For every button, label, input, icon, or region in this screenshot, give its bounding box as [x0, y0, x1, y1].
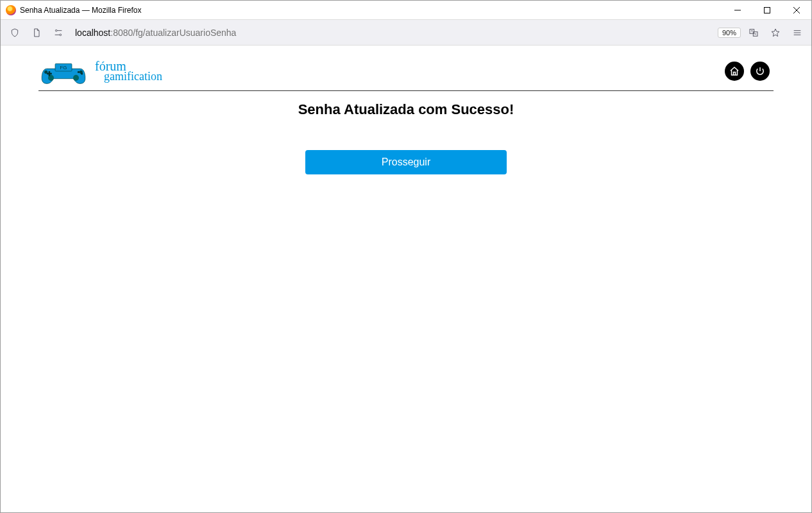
- svg-point-21: [78, 71, 80, 73]
- svg-text:FG: FG: [60, 65, 67, 71]
- hamburger-menu-icon[interactable]: [788, 24, 806, 42]
- svg-point-4: [55, 29, 57, 31]
- svg-rect-20: [47, 73, 52, 75]
- svg-rect-1: [765, 7, 770, 13]
- zoom-badge[interactable]: 90%: [718, 28, 741, 38]
- translate-icon[interactable]: [745, 24, 763, 42]
- home-icon[interactable]: [725, 62, 744, 81]
- main-content: Senha Atualizada com Sucesso! Prosseguir: [38, 91, 774, 174]
- address-bar[interactable]: localhost:8080/fg/atualizarUsuarioSenha: [71, 22, 714, 43]
- shield-icon[interactable]: [6, 24, 24, 42]
- site-header: FG fórum gamification: [38, 52, 774, 91]
- page-viewport: FG fórum gamification: [1, 46, 811, 512]
- logo-text: fórum gamification: [95, 61, 162, 81]
- site-logo[interactable]: FG fórum gamification: [38, 56, 162, 87]
- svg-point-22: [81, 72, 83, 74]
- file-icon[interactable]: [28, 24, 46, 42]
- bookmark-star-icon[interactable]: [766, 24, 784, 42]
- power-icon[interactable]: [750, 62, 770, 81]
- success-heading: Senha Atualizada com Sucesso!: [38, 101, 774, 118]
- close-button[interactable]: [782, 1, 811, 20]
- window-titlebar: Senha Atualizada — Mozilla Firefox: [1, 1, 811, 20]
- svg-point-16: [73, 75, 79, 81]
- browser-toolbar: localhost:8080/fg/atualizarUsuarioSenha …: [1, 20, 811, 46]
- url-path: :8080/fg/atualizarUsuarioSenha: [110, 28, 236, 38]
- minimize-button[interactable]: [723, 1, 752, 20]
- window-title: Senha Atualizada — Mozilla Firefox: [20, 6, 141, 15]
- url-host: localhost: [75, 28, 110, 38]
- proceed-button[interactable]: Prosseguir: [305, 150, 507, 174]
- maximize-button[interactable]: [752, 1, 782, 20]
- permissions-icon[interactable]: [49, 24, 67, 42]
- logo-line2: gamification: [104, 72, 162, 81]
- svg-point-6: [60, 34, 62, 36]
- firefox-icon: [6, 5, 16, 15]
- gamepad-icon: FG: [38, 56, 89, 87]
